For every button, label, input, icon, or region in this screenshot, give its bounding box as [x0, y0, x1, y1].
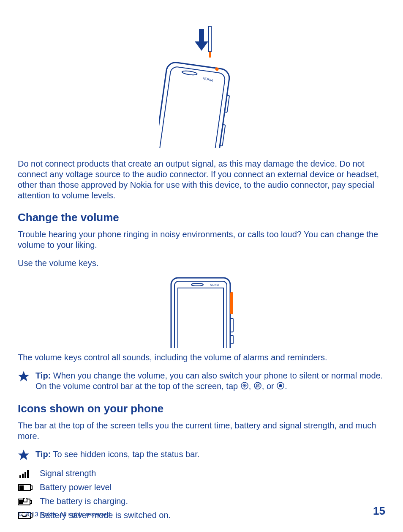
vibrate-icon	[241, 381, 248, 392]
svg-rect-35	[19, 500, 23, 504]
volume-text-1: Trouble hearing your phone ringing in no…	[18, 229, 385, 250]
svg-rect-5	[159, 66, 226, 148]
icon-label: Signal strength	[40, 469, 96, 478]
svg-text:NOKIA: NOKIA	[210, 283, 219, 286]
svg-rect-13	[174, 281, 227, 348]
illustration-headset-plug: NOKIA	[18, 25, 385, 148]
ring-silent-icon	[254, 381, 261, 392]
svg-rect-28	[25, 472, 26, 478]
tip-volume: Tip: When you change the volume, you can…	[18, 370, 385, 392]
svg-point-6	[182, 70, 197, 76]
icon-item-battery: Battery power level	[18, 483, 385, 492]
tip-text-part1: When you change the volume, you can also…	[35, 371, 383, 391]
svg-rect-2	[209, 26, 211, 52]
signal-strength-icon	[18, 469, 33, 478]
svg-rect-26	[19, 475, 21, 478]
tip-sep1: ,	[249, 381, 253, 391]
svg-point-15	[191, 283, 203, 286]
icons-intro-text: The bar at the top of the screen tells y…	[18, 420, 385, 442]
illustration-volume-keys: NOKIA	[18, 276, 385, 348]
tip-label: Tip:	[35, 450, 51, 459]
tip-sep2: , or	[262, 381, 276, 391]
volume-text-2: Use the volume keys.	[18, 258, 385, 269]
svg-rect-31	[30, 486, 32, 489]
svg-marker-20	[18, 371, 29, 381]
volume-text-3: The volume keys control all sounds, incl…	[18, 352, 385, 363]
tip-status-bar: Tip: To see hidden icons, tap the status…	[18, 449, 385, 461]
page-footer: © 2013 Nokia. All rights reserved. 15	[18, 505, 385, 518]
tip-text-icons: To see hidden icons, tap the status bar.	[51, 450, 199, 459]
ring-icon	[277, 381, 284, 392]
svg-rect-27	[22, 474, 24, 478]
icon-item-signal: Signal strength	[18, 469, 385, 478]
tip-end: .	[285, 381, 287, 391]
star-icon	[18, 370, 30, 382]
copyright-text: © 2013 Nokia. All rights reserved.	[18, 510, 112, 518]
svg-rect-0	[199, 29, 204, 41]
battery-icon	[18, 483, 33, 492]
svg-rect-29	[27, 470, 29, 478]
icon-label: Battery power level	[40, 483, 112, 492]
page-number: 15	[373, 505, 385, 518]
svg-rect-3	[209, 52, 211, 58]
svg-marker-25	[18, 450, 29, 460]
svg-marker-1	[195, 41, 208, 51]
heading-icons: Icons shown on your phone	[18, 402, 385, 415]
warning-text: Do not connect products that create an o…	[18, 159, 385, 201]
svg-rect-32	[19, 485, 24, 490]
heading-change-volume: Change the volume	[18, 211, 385, 224]
svg-rect-34	[30, 500, 32, 504]
svg-text:NOKIA: NOKIA	[202, 76, 214, 83]
svg-rect-14	[178, 288, 223, 348]
svg-rect-17	[230, 292, 233, 314]
tip-label: Tip:	[35, 371, 51, 380]
star-icon	[18, 449, 30, 461]
